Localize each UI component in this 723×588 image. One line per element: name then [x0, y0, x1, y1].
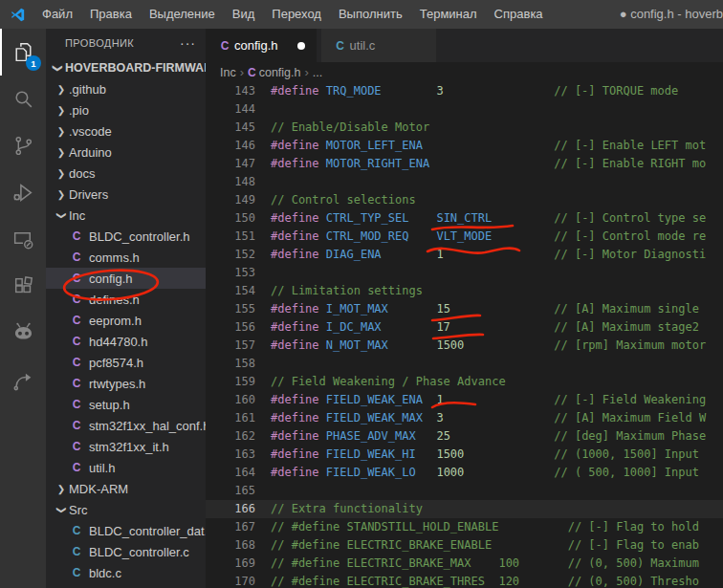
- menu-item[interactable]: Справка: [486, 0, 552, 29]
- menu-item[interactable]: Правка: [81, 0, 141, 29]
- tree-item-eeprom-h[interactable]: Ceeprom.h: [46, 310, 206, 331]
- tree-item-docs[interactable]: ❯docs: [46, 163, 206, 184]
- tree-item-comms-h[interactable]: Ccomms.h: [46, 247, 206, 268]
- code-line[interactable]: 152#define DIAG_ENA 1 // [-] Motor Diagn…: [206, 246, 723, 264]
- breadcrumb-file[interactable]: config.h: [259, 66, 301, 79]
- chevron-right-icon: ❯: [54, 105, 69, 116]
- source-control-icon[interactable]: [0, 122, 46, 169]
- tree-item-drivers[interactable]: ❯Drivers: [46, 184, 206, 205]
- menu-item[interactable]: Переход: [263, 0, 330, 29]
- tree-item-bldc-controller-c[interactable]: CBLDC_controller.c: [46, 541, 206, 562]
- c-header-file-icon: C: [69, 398, 84, 411]
- line-number: 161: [206, 409, 271, 427]
- code-line[interactable]: 145// Enable/Disable Motor: [206, 119, 723, 137]
- code-area[interactable]: 143#define TRQ_MODE 3 // [-] TORQUE mode…: [206, 82, 723, 588]
- tree-item-hd44780-h[interactable]: Chd44780.h: [46, 331, 206, 352]
- menu-item[interactable]: Выделение: [141, 0, 224, 29]
- code-line[interactable]: 150#define CTRL_TYP_SEL SIN_CTRL // [-] …: [206, 209, 723, 228]
- tree-item--pio[interactable]: ❯.pio: [46, 99, 206, 120]
- tree-item-bldc-controller-h[interactable]: CBLDC_controller.h: [46, 226, 206, 247]
- line-number: 156: [206, 318, 271, 337]
- tab-config-h[interactable]: C config.h: [206, 29, 317, 62]
- chevron-right-icon: ❯: [54, 84, 69, 95]
- code-line[interactable]: 163#define FIELD_WEAK_HI 1500 // (1000, …: [206, 446, 723, 464]
- chevron-right-icon: ❯: [54, 147, 69, 158]
- tree-item-bldc-controller-dat-[interactable]: CBLDC_controller_dat...: [46, 520, 206, 541]
- c-header-file-icon: C: [69, 356, 84, 369]
- code-line[interactable]: 148: [206, 173, 723, 191]
- tree-item-config-h[interactable]: Cconfig.h: [46, 268, 206, 289]
- run-debug-icon[interactable]: [0, 169, 46, 216]
- code-line[interactable]: 161#define FIELD_WEAK_MAX 3 // [A] Maxim…: [206, 409, 723, 427]
- tree-item-defines-h[interactable]: Cdefines.h: [46, 289, 206, 310]
- tree-item-bldc-c[interactable]: Cbldc.c: [46, 562, 206, 583]
- tree-item-label: Inc: [69, 208, 85, 223]
- modified-dot-icon[interactable]: [297, 42, 305, 50]
- c-header-file-icon: C: [69, 314, 84, 327]
- code-line[interactable]: 154// Limitation settings: [206, 282, 723, 300]
- code-line[interactable]: 151#define CTRL_MOD_REQ VLT_MODE // [-] …: [206, 228, 723, 246]
- tree-item-rtwtypes-h[interactable]: Crtwtypes.h: [46, 373, 206, 394]
- code-line[interactable]: 147#define MOTOR_RIGHT_ENA // [-] Enable…: [206, 155, 723, 173]
- tree-item-src[interactable]: ❯Src: [46, 499, 206, 520]
- code-line[interactable]: 160#define FIELD_WEAK_ENA 1 // [-] Field…: [206, 391, 723, 409]
- code-line[interactable]: 155#define I_MOT_MAX 15 // [A] Maximum s…: [206, 300, 723, 318]
- breadcrumb-symbol[interactable]: ...: [313, 66, 322, 79]
- c-source-file-icon: C: [69, 545, 84, 558]
- code-line[interactable]: 159// Field Weakening / Phase Advance: [206, 373, 723, 391]
- window-title: ● config.h - hoverb: [620, 0, 723, 29]
- code-line[interactable]: 158: [206, 355, 723, 373]
- code-line[interactable]: 167// #define STANDSTILL_HOLD_ENABLE // …: [206, 518, 723, 536]
- tree-item-label: Src: [69, 503, 88, 517]
- breadcrumb: Inc › C config.h › ...: [206, 62, 723, 82]
- code-line[interactable]: 169// #define ELECTRIC_BRAKE_MAX 100 // …: [206, 555, 723, 573]
- code-line[interactable]: 168// #define ELECTRIC_BRAKE_ENABLE // […: [206, 536, 723, 555]
- line-number: 151: [206, 228, 271, 246]
- tree-item-inc[interactable]: ❯Inc: [46, 205, 206, 226]
- code-line[interactable]: 156#define I_DC_MAX 17 // [A] Maximum st…: [206, 318, 723, 337]
- tree-item-pcf8574-h[interactable]: Cpcf8574.h: [46, 352, 206, 373]
- line-number: 167: [206, 518, 271, 536]
- code-line[interactable]: 149// Control selections: [206, 191, 723, 209]
- platformio-icon[interactable]: [0, 310, 46, 357]
- code-line[interactable]: 144: [206, 100, 723, 119]
- share-icon[interactable]: [0, 357, 46, 403]
- code-line-text: #define CTRL_MOD_REQ VLT_MODE // [-] Con…: [271, 228, 706, 246]
- code-line-text: // Field Weakening / Phase Advance: [271, 373, 506, 391]
- menu-item[interactable]: Терминал: [411, 0, 486, 29]
- code-line[interactable]: 153: [206, 264, 723, 282]
- explorer-more-actions-button[interactable]: ···: [180, 35, 196, 51]
- line-number: 169: [206, 555, 271, 573]
- line-number: 150: [206, 209, 271, 228]
- c-header-file-icon: C: [69, 335, 84, 348]
- search-icon[interactable]: [0, 76, 46, 122]
- tree-item-stm32f1xx-it-h[interactable]: Cstm32f1xx_it.h: [46, 436, 206, 457]
- c-header-file-icon: C: [69, 377, 84, 390]
- remote-explorer-icon[interactable]: [0, 216, 46, 263]
- tab-util-c[interactable]: C util.c: [321, 29, 436, 62]
- code-line[interactable]: 157#define N_MOT_MAX 1500 // [rpm] Maxim…: [206, 337, 723, 355]
- line-number: 165: [206, 482, 271, 500]
- code-line[interactable]: 143#define TRQ_MODE 3 // [-] TORQUE mode: [206, 82, 723, 100]
- tree-item-stm32f1xx-hal-conf-h[interactable]: Cstm32f1xx_hal_conf.h: [46, 415, 206, 436]
- tree-item-util-h[interactable]: Cutil.h: [46, 457, 206, 478]
- code-line[interactable]: 166// Extra functionality: [206, 500, 723, 518]
- tree-item-arduino[interactable]: ❯Arduino: [46, 142, 206, 163]
- tree-item--github[interactable]: ❯.github: [46, 78, 206, 99]
- menu-item[interactable]: Выполнить: [330, 0, 411, 29]
- code-line[interactable]: 165: [206, 482, 723, 500]
- tree-item-setup-h[interactable]: Csetup.h: [46, 394, 206, 415]
- tree-root-folder[interactable]: ❯ HOVERBOARD-FIRMWARE...: [46, 57, 206, 78]
- code-line[interactable]: 146#define MOTOR_LEFT_ENA // [-] Enable …: [206, 137, 723, 155]
- tree-item--vscode[interactable]: ❯.vscode: [46, 120, 206, 142]
- code-line[interactable]: 162#define PHASE_ADV_MAX 25 // [deg] Max…: [206, 427, 723, 446]
- tree-item-mdk-arm[interactable]: ❯MDK-ARM: [46, 478, 206, 499]
- explorer-icon[interactable]: 1: [0, 29, 46, 76]
- extensions-icon[interactable]: [0, 263, 46, 310]
- tree-item-label: hd44780.h: [89, 335, 147, 349]
- code-line[interactable]: 170// #define ELECTRIC_BRAKE_THRES 120 /…: [206, 573, 723, 588]
- code-line[interactable]: 164#define FIELD_WEAK_LO 1000 // ( 500, …: [206, 464, 723, 482]
- breadcrumb-folder[interactable]: Inc: [220, 66, 236, 79]
- menu-item[interactable]: Файл: [33, 0, 81, 29]
- menu-item[interactable]: Вид: [224, 0, 264, 29]
